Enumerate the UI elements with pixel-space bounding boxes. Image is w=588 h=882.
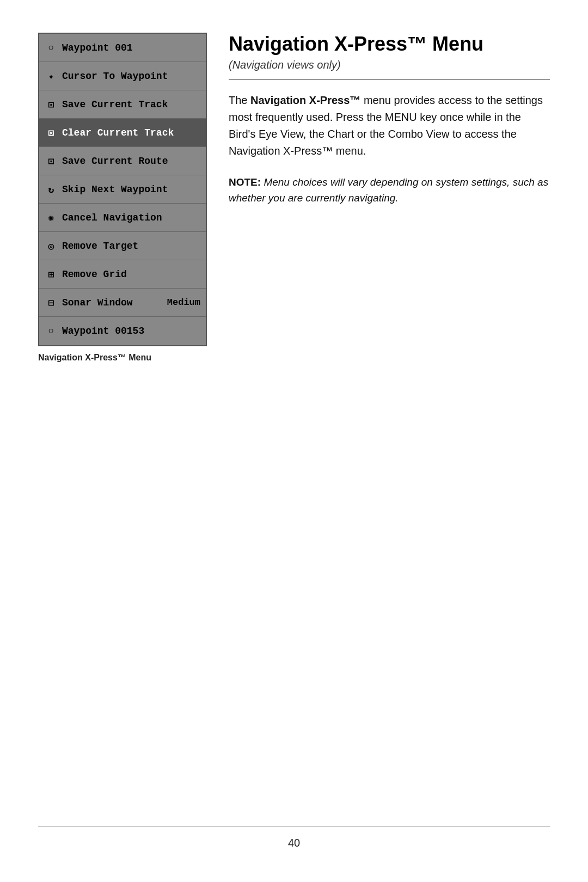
menu-item[interactable]: ○Waypoint 00153 bbox=[39, 317, 206, 345]
menu-item-text: Skip Next Waypoint bbox=[62, 184, 200, 195]
menu-item-icon: ⊡ bbox=[45, 155, 58, 167]
menu-item-text: Cursor To Waypoint bbox=[62, 71, 200, 82]
menu-item-icon: ○ bbox=[45, 42, 58, 53]
menu-item-sub: Medium bbox=[167, 297, 200, 308]
menu-item[interactable]: ◎Remove Target bbox=[39, 232, 206, 260]
page-footer: 40 bbox=[38, 826, 550, 849]
note-block: NOTE: Menu choices will vary depending o… bbox=[229, 175, 550, 206]
menu-item-icon: ↻ bbox=[45, 183, 58, 195]
note-label: NOTE: bbox=[229, 176, 261, 188]
menu-item[interactable]: ↻Skip Next Waypoint bbox=[39, 175, 206, 204]
menu-item[interactable]: ✺Cancel Navigation bbox=[39, 204, 206, 232]
section-title: Navigation X-Press™ Menu bbox=[229, 33, 550, 56]
menu-item-icon: ⊞ bbox=[45, 268, 58, 280]
menu-item-icon: ⊠ bbox=[45, 127, 58, 139]
page: ○Waypoint 001✦Cursor To Waypoint⊡Save Cu… bbox=[0, 0, 588, 882]
menu-item[interactable]: ○Waypoint 001 bbox=[39, 34, 206, 62]
right-column: Navigation X-Press™ Menu (Navigation vie… bbox=[229, 33, 550, 826]
content-area: ○Waypoint 001✦Cursor To Waypoint⊡Save Cu… bbox=[38, 33, 550, 826]
menu-item-icon: ✺ bbox=[45, 212, 58, 224]
menu-item-text: Remove Grid bbox=[62, 269, 200, 280]
menu-item[interactable]: ⊟Sonar WindowMedium bbox=[39, 289, 206, 317]
menu-item-text: Clear Current Track bbox=[62, 127, 200, 138]
section-divider bbox=[229, 79, 550, 80]
section-subtitle: (Navigation views only) bbox=[229, 59, 550, 71]
menu-item-text: Save Current Track bbox=[62, 99, 200, 110]
menu-item-text: Remove Target bbox=[62, 241, 200, 252]
menu-item[interactable]: ⊡Save Current Route bbox=[39, 147, 206, 175]
menu-item-text: Sonar Window bbox=[62, 297, 163, 308]
menu-item-text: Cancel Navigation bbox=[62, 212, 200, 223]
menu-item-icon: ○ bbox=[45, 326, 58, 336]
menu-item-icon: ⊟ bbox=[45, 297, 58, 309]
menu-item[interactable]: ⊠Clear Current Track bbox=[39, 119, 206, 147]
left-column: ○Waypoint 001✦Cursor To Waypoint⊡Save Cu… bbox=[38, 33, 207, 826]
note-text: Menu choices will vary depending on syst… bbox=[229, 176, 548, 204]
menu-item-text: Waypoint 001 bbox=[62, 42, 200, 53]
menu-item[interactable]: ✦Cursor To Waypoint bbox=[39, 62, 206, 90]
menu-item[interactable]: ⊡Save Current Track bbox=[39, 90, 206, 119]
menu-caption: Navigation X-Press™ Menu bbox=[38, 353, 207, 363]
menu-item-text: Waypoint 00153 bbox=[62, 326, 200, 336]
page-number: 40 bbox=[288, 837, 300, 849]
menu-item-text: Save Current Route bbox=[62, 156, 200, 167]
menu-item-icon: ⊡ bbox=[45, 99, 58, 111]
menu-item-icon: ◎ bbox=[45, 240, 58, 252]
menu-box: ○Waypoint 001✦Cursor To Waypoint⊡Save Cu… bbox=[38, 33, 207, 346]
section-body: The Navigation X-Press™ menu provides ac… bbox=[229, 92, 550, 160]
menu-item[interactable]: ⊞Remove Grid bbox=[39, 260, 206, 289]
menu-item-icon: ✦ bbox=[45, 70, 58, 82]
